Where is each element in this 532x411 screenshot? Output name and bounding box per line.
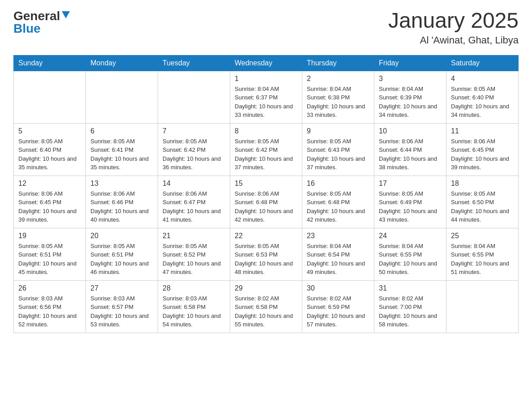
day-info: Sunrise: 8:05 AM Sunset: 6:42 PM Dayligh… [235,137,297,172]
calendar-cell: 23Sunrise: 8:04 AM Sunset: 6:54 PM Dayli… [302,228,374,280]
day-number: 30 [307,284,369,292]
weekday-header-wednesday: Wednesday [230,55,302,71]
weekday-header-row: SundayMondayTuesdayWednesdayThursdayFrid… [14,55,519,71]
day-number: 5 [18,127,81,135]
calendar-week-row: 19Sunrise: 8:05 AM Sunset: 6:51 PM Dayli… [14,228,519,280]
calendar-cell: 2Sunrise: 8:04 AM Sunset: 6:38 PM Daylig… [302,71,374,123]
calendar-cell: 20Sunrise: 8:05 AM Sunset: 6:51 PM Dayli… [86,228,158,280]
calendar-cell: 4Sunrise: 8:05 AM Sunset: 6:40 PM Daylig… [446,71,519,123]
calendar-cell: 3Sunrise: 8:04 AM Sunset: 6:39 PM Daylig… [374,71,446,123]
calendar-cell: 28Sunrise: 8:03 AM Sunset: 6:58 PM Dayli… [158,280,230,333]
calendar-cell: 18Sunrise: 8:05 AM Sunset: 6:50 PM Dayli… [446,176,519,228]
day-number: 22 [235,232,297,240]
calendar-cell: 31Sunrise: 8:02 AM Sunset: 7:00 PM Dayli… [374,280,446,333]
day-info: Sunrise: 8:02 AM Sunset: 6:59 PM Dayligh… [307,294,369,329]
calendar-cell: 16Sunrise: 8:05 AM Sunset: 6:48 PM Dayli… [302,176,374,228]
day-number: 10 [379,127,442,135]
calendar-table: SundayMondayTuesdayWednesdayThursdayFrid… [13,55,519,333]
calendar-cell: 5Sunrise: 8:05 AM Sunset: 6:40 PM Daylig… [14,123,86,176]
day-info: Sunrise: 8:05 AM Sunset: 6:50 PM Dayligh… [451,189,514,224]
calendar-cell: 17Sunrise: 8:05 AM Sunset: 6:49 PM Dayli… [374,176,446,228]
day-info: Sunrise: 8:04 AM Sunset: 6:37 PM Dayligh… [235,85,297,120]
calendar-cell: 26Sunrise: 8:03 AM Sunset: 6:56 PM Dayli… [14,280,86,333]
day-info: Sunrise: 8:05 AM Sunset: 6:40 PM Dayligh… [451,85,514,120]
day-info: Sunrise: 8:05 AM Sunset: 6:51 PM Dayligh… [90,242,153,277]
calendar-cell: 22Sunrise: 8:05 AM Sunset: 6:53 PM Dayli… [230,228,302,280]
day-info: Sunrise: 8:04 AM Sunset: 6:38 PM Dayligh… [307,85,369,120]
weekday-header-saturday: Saturday [446,55,519,71]
day-info: Sunrise: 8:06 AM Sunset: 6:45 PM Dayligh… [451,137,514,172]
day-number: 25 [451,232,514,240]
weekday-header-monday: Monday [86,55,158,71]
day-info: Sunrise: 8:05 AM Sunset: 6:51 PM Dayligh… [18,242,81,277]
day-number: 31 [379,284,442,292]
day-info: Sunrise: 8:04 AM Sunset: 6:55 PM Dayligh… [451,242,514,277]
weekday-header-friday: Friday [374,55,446,71]
day-number: 8 [235,127,297,135]
day-info: Sunrise: 8:04 AM Sunset: 6:54 PM Dayligh… [307,242,369,277]
day-info: Sunrise: 8:05 AM Sunset: 6:52 PM Dayligh… [163,242,225,277]
day-info: Sunrise: 8:04 AM Sunset: 6:55 PM Dayligh… [379,242,442,277]
calendar-cell: 11Sunrise: 8:06 AM Sunset: 6:45 PM Dayli… [446,123,519,176]
day-info: Sunrise: 8:05 AM Sunset: 6:42 PM Dayligh… [163,137,225,172]
day-info: Sunrise: 8:06 AM Sunset: 6:44 PM Dayligh… [379,137,442,172]
day-info: Sunrise: 8:05 AM Sunset: 6:53 PM Dayligh… [235,242,297,277]
calendar-cell: 25Sunrise: 8:04 AM Sunset: 6:55 PM Dayli… [446,228,519,280]
day-info: Sunrise: 8:06 AM Sunset: 6:45 PM Dayligh… [18,189,81,224]
day-number: 23 [307,232,369,240]
day-info: Sunrise: 8:06 AM Sunset: 6:46 PM Dayligh… [90,189,153,224]
day-info: Sunrise: 8:05 AM Sunset: 6:41 PM Dayligh… [90,137,153,172]
day-number: 4 [451,75,514,83]
calendar-cell: 6Sunrise: 8:05 AM Sunset: 6:41 PM Daylig… [86,123,158,176]
calendar-week-row: 5Sunrise: 8:05 AM Sunset: 6:40 PM Daylig… [14,123,519,176]
day-number: 21 [163,232,225,240]
calendar-cell [14,71,86,123]
day-info: Sunrise: 8:02 AM Sunset: 6:58 PM Dayligh… [235,294,297,329]
calendar-week-row: 26Sunrise: 8:03 AM Sunset: 6:56 PM Dayli… [14,280,519,333]
calendar-cell: 29Sunrise: 8:02 AM Sunset: 6:58 PM Dayli… [230,280,302,333]
day-number: 15 [235,180,297,188]
day-number: 27 [90,284,153,292]
calendar-cell: 9Sunrise: 8:05 AM Sunset: 6:43 PM Daylig… [302,123,374,176]
calendar-cell: 24Sunrise: 8:04 AM Sunset: 6:55 PM Dayli… [374,228,446,280]
calendar-cell: 27Sunrise: 8:03 AM Sunset: 6:57 PM Dayli… [86,280,158,333]
day-number: 18 [451,180,514,188]
calendar-cell: 1Sunrise: 8:04 AM Sunset: 6:37 PM Daylig… [230,71,302,123]
day-number: 28 [163,284,225,292]
weekday-header-thursday: Thursday [302,55,374,71]
calendar-cell: 12Sunrise: 8:06 AM Sunset: 6:45 PM Dayli… [14,176,86,228]
day-info: Sunrise: 8:04 AM Sunset: 6:39 PM Dayligh… [379,85,442,120]
day-number: 14 [163,180,225,188]
day-info: Sunrise: 8:03 AM Sunset: 6:57 PM Dayligh… [90,294,153,329]
day-info: Sunrise: 8:05 AM Sunset: 6:40 PM Dayligh… [18,137,81,172]
day-number: 6 [90,127,153,135]
calendar-cell [86,71,158,123]
day-number: 26 [18,284,81,292]
day-info: Sunrise: 8:06 AM Sunset: 6:48 PM Dayligh… [235,189,297,224]
title-block: January 2025 Al 'Awinat, Ghat, Libya [388,9,519,46]
day-number: 24 [379,232,442,240]
day-number: 11 [451,127,514,135]
day-number: 17 [379,180,442,188]
weekday-header-tuesday: Tuesday [158,55,230,71]
calendar-cell: 10Sunrise: 8:06 AM Sunset: 6:44 PM Dayli… [374,123,446,176]
day-number: 1 [235,75,297,83]
day-number: 3 [379,75,442,83]
calendar-cell: 21Sunrise: 8:05 AM Sunset: 6:52 PM Dayli… [158,228,230,280]
calendar-cell: 14Sunrise: 8:06 AM Sunset: 6:47 PM Dayli… [158,176,230,228]
weekday-header-sunday: Sunday [14,55,86,71]
day-number: 12 [18,180,81,188]
month-title: January 2025 [388,9,519,33]
page-header: General Blue January 2025 Al 'Awinat, Gh… [13,9,519,46]
calendar-cell: 15Sunrise: 8:06 AM Sunset: 6:48 PM Dayli… [230,176,302,228]
day-info: Sunrise: 8:05 AM Sunset: 6:49 PM Dayligh… [379,189,442,224]
day-number: 9 [307,127,369,135]
calendar-cell [446,280,519,333]
day-number: 20 [90,232,153,240]
calendar-cell: 7Sunrise: 8:05 AM Sunset: 6:42 PM Daylig… [158,123,230,176]
calendar-cell: 30Sunrise: 8:02 AM Sunset: 6:59 PM Dayli… [302,280,374,333]
logo: General Blue [13,9,70,36]
day-number: 13 [90,180,153,188]
day-info: Sunrise: 8:05 AM Sunset: 6:48 PM Dayligh… [307,189,369,224]
day-info: Sunrise: 8:05 AM Sunset: 6:43 PM Dayligh… [307,137,369,172]
